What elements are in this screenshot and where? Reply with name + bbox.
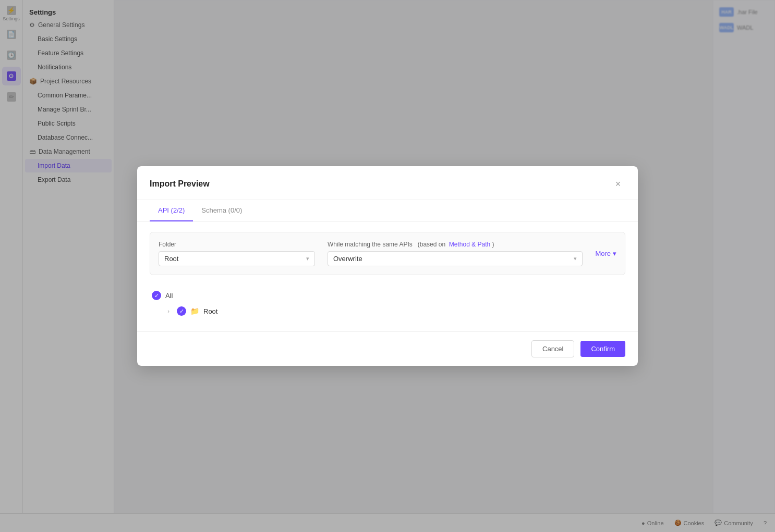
modal-title: Import Preview [150, 179, 210, 189]
tree-container: ✓ All › ✓ 📁 Root [150, 286, 625, 321]
overwrite-select[interactable]: Overwrite ▾ [328, 251, 583, 266]
overwrite-value: Overwrite [333, 255, 362, 263]
more-button[interactable]: More ▾ [595, 250, 616, 257]
modal-tabs: API (2/2) Schema (0/0) [137, 200, 638, 221]
folder-label: Folder [159, 241, 315, 248]
tree-item-root-label: Root [203, 307, 217, 315]
method-path-link[interactable]: Method & Path [449, 241, 490, 248]
matching-label: While matching the same APIs (based on M… [328, 241, 583, 248]
tree-checkbox-root[interactable]: ✓ [177, 306, 186, 316]
confirm-button[interactable]: Confirm [580, 341, 625, 357]
modal-header: Import Preview × [137, 166, 638, 200]
check-icon-root: ✓ [179, 308, 184, 315]
modal-body: Folder Root ▾ While matching the same AP… [137, 221, 638, 331]
folder-icon: 📁 [190, 307, 199, 315]
modal-overlay: Import Preview × API (2/2) Schema (0/0) [0, 0, 775, 532]
tab-schema[interactable]: Schema (0/0) [193, 200, 250, 221]
tab-api[interactable]: API (2/2) [150, 200, 193, 221]
tree-checkbox-all[interactable]: ✓ [152, 291, 161, 300]
tree-item-all-label: All [165, 292, 173, 300]
filter-row: Folder Root ▾ While matching the same AP… [150, 232, 625, 275]
matching-filter-group: While matching the same APIs (based on M… [328, 241, 583, 266]
folder-value: Root [164, 255, 178, 263]
chevron-right-icon: › [167, 308, 169, 314]
close-icon: × [615, 179, 621, 190]
tree-item-all[interactable]: ✓ All [150, 288, 625, 303]
overwrite-chevron-icon: ▾ [574, 255, 577, 262]
folder-chevron-icon: ▾ [306, 255, 309, 262]
folder-filter-group: Folder Root ▾ [159, 241, 315, 266]
tree-expand-root[interactable]: › [164, 307, 173, 315]
tree-item-root[interactable]: › ✓ 📁 Root [150, 303, 625, 319]
check-icon-all: ✓ [154, 292, 159, 299]
modal-close-button[interactable]: × [611, 177, 625, 191]
modal-footer: Cancel Confirm [137, 331, 638, 366]
import-preview-modal: Import Preview × API (2/2) Schema (0/0) [137, 166, 638, 366]
more-chevron-icon: ▾ [613, 250, 616, 257]
cancel-button[interactable]: Cancel [531, 340, 574, 357]
folder-select[interactable]: Root ▾ [159, 251, 315, 266]
